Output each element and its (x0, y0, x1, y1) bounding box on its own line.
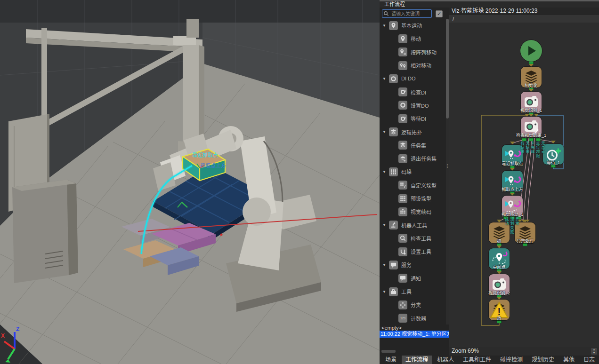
tree-item-label: 服务 (401, 261, 412, 269)
tree-item-relative-move[interactable]: 相对移动 (380, 59, 445, 72)
flow-node-label: 视觉移动_1 (502, 211, 523, 217)
edge-label: 成功 (504, 217, 509, 226)
tree-cat-logic-topology[interactable]: ▼逻辑拓扑 (380, 125, 445, 138)
tree-item-counter[interactable]: 123计数器 (380, 312, 445, 324)
flow-node-vision-recognition-1[interactable]: 视觉识别_1 (521, 92, 542, 112)
tab-robot[interactable]: 机器人 (433, 356, 458, 364)
tab-other[interactable]: 其他 (559, 356, 578, 364)
flow-node-label: 抓取点上方 (502, 186, 523, 192)
do-icon (398, 101, 407, 110)
flow-node-label: 抓 (497, 238, 501, 244)
tree-item-vision-continue[interactable]: 视觉续码 (380, 205, 445, 218)
flow-node-place[interactable]: !放 (489, 300, 510, 320)
search-filter-checkbox[interactable]: ✓ (436, 10, 443, 17)
tab-scene[interactable]: 场景 (381, 356, 400, 364)
tree-item-set-do[interactable]: 设置DO (380, 99, 445, 112)
tab-log[interactable]: 日志 (580, 356, 599, 364)
flow-node-label: 视觉识别_1 (520, 107, 542, 113)
flow-node-start[interactable] (520, 40, 542, 62)
tree-item-label: 移动 (411, 35, 421, 42)
tab-tools-workpieces[interactable]: 工具和工件 (459, 356, 495, 364)
tree-item-task-set[interactable]: 任务集 (380, 139, 445, 152)
flow-node-vision-recognition-2[interactable]: 视觉识别_2 (489, 274, 510, 295)
tree-item-label: 相对移动 (411, 62, 431, 69)
tab-planning-history[interactable]: 规划历史 (528, 356, 558, 364)
tree-cat-tools[interactable]: ▼工具 (380, 285, 445, 298)
z-axis-label: Z (16, 326, 19, 332)
grid-custom-icon (398, 181, 407, 190)
layers-icon (389, 127, 398, 136)
grid-vision-icon (398, 207, 407, 216)
counter-icon: 123 (398, 314, 407, 323)
flow-node-init[interactable]: 初始化 (521, 67, 542, 87)
empty-status-text: <empty> (381, 325, 402, 331)
cabinet (12, 180, 78, 283)
search-row: ✓ (382, 9, 443, 18)
tree-item-custom-pattern[interactable]: 自定义垛型 (380, 179, 445, 192)
workflow-panel: 工作流程 ✓ ▼基本运动 移动 按阵列移动 相对移动 ▼DI DO (380, 0, 599, 364)
search-input-box[interactable] (382, 9, 432, 18)
tree-item-label: 通知 (411, 275, 421, 282)
flow-node-label: 检查视觉结果_1 (516, 132, 546, 138)
tree-item-exit-task-set[interactable]: 退出任务集 (380, 152, 445, 165)
above-point-label: 抓取点上方 (200, 162, 226, 168)
3d-viewport[interactable]: 靠近抓取点 抓取点上方 Z X (0, 0, 380, 364)
expander-icon[interactable]: ▼ (382, 223, 389, 227)
edge-label: 规划失败 (509, 217, 514, 234)
circle-icon (389, 74, 398, 83)
breadcrumb[interactable]: / (449, 15, 599, 23)
pin-grid-icon (398, 47, 407, 56)
zoom-spinner[interactable]: ▲▼ (591, 348, 597, 355)
tab-collision-detection[interactable]: 碰撞检测 (496, 356, 526, 364)
workflow-canvas[interactable]: 初始化 视觉识别_1 检查视觉结果_1 靠近抓取点 等待_1 抓取点上方 视觉移… (449, 23, 599, 347)
classify-icon (398, 301, 407, 309)
tree-item-check-di[interactable]: 检查DI (380, 85, 445, 98)
tree-cat-basic-motion[interactable]: ▼基本运动 (380, 19, 445, 32)
tree-item-label: 逻辑拓扑 (401, 128, 422, 136)
flow-node-label: 等待_1 (547, 159, 560, 166)
tree-item-move[interactable]: 移动 (380, 32, 445, 45)
tree-cat-service[interactable]: ▼服务 (380, 258, 445, 271)
edge-label: 异常 (514, 217, 519, 226)
edge-label: 无点云 (540, 141, 545, 154)
expander-icon[interactable]: ▼ (382, 263, 389, 267)
tree-cat-palletizing[interactable]: ▼码垛 (380, 165, 445, 178)
notify-icon (398, 274, 407, 283)
tree-item-preset-pattern[interactable]: 预设垛型 (380, 192, 445, 205)
expander-icon[interactable]: ▼ (382, 130, 389, 134)
step-tree: ▼基本运动 移动 按阵列移动 相对移动 ▼DI DO 检查DI 设置DO 等待D… (380, 19, 445, 324)
tree-item-label: 自定义垛型 (411, 182, 437, 189)
tree-item-label: 分类 (411, 301, 421, 309)
flow-node-check-vision-result-1[interactable]: 检查视觉结果_1 (521, 117, 542, 137)
flow-node-mid-point[interactable]: 中间点 (489, 248, 510, 269)
search-input[interactable] (390, 10, 432, 17)
tree-item-notify[interactable]: 通知 (380, 272, 445, 285)
expander-icon[interactable]: ▼ (382, 290, 389, 294)
tree-cat-robot-tool[interactable]: ▼机器人工具 (380, 218, 445, 231)
project-title: Viz-智能拆垛 2022-12-29 11:00:23 (449, 8, 599, 15)
tree-item-set-tool[interactable]: 设置工具 (380, 245, 445, 258)
flow-node-label: 视觉识别_2 (488, 290, 510, 296)
panel-title: 工作流程 (380, 0, 599, 8)
flow-node-vision-move-1[interactable]: 视觉移动_1 (502, 196, 523, 216)
zoom-control-row: Zoom 69% ▲▼ (449, 347, 599, 356)
tree-item-label: 按阵列移动 (411, 48, 437, 56)
tree-item-wait-di[interactable]: 等待DI (380, 112, 445, 125)
status-message[interactable]: 11:00:22 视觉移动_1: 单分区方形 (380, 331, 449, 338)
tree-item-check-tool[interactable]: 检查工具 (380, 232, 445, 245)
layers-icon (398, 141, 407, 150)
flow-node-above-pick-point[interactable]: 抓取点上方 (502, 171, 523, 191)
tree-cat-di-do[interactable]: ▼DI DO (380, 72, 445, 85)
flow-node-wait-1[interactable]: 等待_1 (543, 144, 564, 165)
layers-exit-icon (398, 154, 407, 163)
grid-icon (389, 167, 398, 176)
tab-workflow[interactable]: 工作流程 (402, 356, 432, 364)
tree-item-classify[interactable]: 分类 (380, 298, 445, 311)
tree-item-move-by-array[interactable]: 按阵列移动 (380, 46, 445, 59)
expander-icon[interactable]: ▼ (382, 170, 389, 174)
tree-item-label: 检查DI (411, 88, 426, 96)
tree-item-label: 设置工具 (411, 248, 431, 255)
expander-icon[interactable]: ▼ (382, 77, 389, 81)
expander-icon[interactable]: ▼ (382, 24, 389, 28)
horizontal-scrollbar-thumb[interactable] (381, 350, 396, 353)
